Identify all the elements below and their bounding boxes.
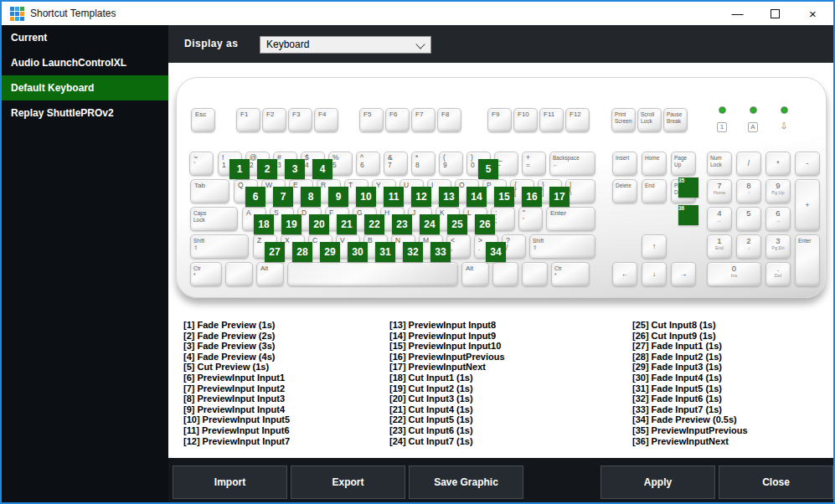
keyboard-key: / xyxy=(736,152,761,176)
keyboard-key: 2↓ xyxy=(736,234,761,259)
keyboard-key: Alt xyxy=(461,262,489,286)
shortcut-entry: [31] Fade Input5 (1s) xyxy=(632,383,829,394)
export-button[interactable]: Export xyxy=(291,465,405,499)
keyboard-key: Ctr* xyxy=(551,262,590,286)
shortcut-entry: [3] Fade Preview (3s) xyxy=(183,341,380,352)
shortcut-entry: [32] Fade Input6 (1s) xyxy=(632,393,829,404)
keyboard-key: 7Home xyxy=(707,179,732,203)
keyboard-key: F10 xyxy=(513,108,538,132)
keyboard-key: Backspace← xyxy=(549,152,595,176)
key-badge: 17 xyxy=(549,187,570,207)
key-badge: 15 xyxy=(494,187,514,207)
keyboard-graphic: EscF1F2F3F4F5F6F7F8F9F10F11F12PrintScree… xyxy=(176,77,827,298)
apply-button[interactable]: Apply xyxy=(600,465,715,499)
keyboard-key: 0Ins xyxy=(707,262,761,286)
scroll-lock-led: ⇩ xyxy=(773,106,795,132)
close-button[interactable]: Close xyxy=(719,465,833,499)
keyboard-key: F3 xyxy=(288,108,312,132)
shortcut-entry: [1] Fade Preview (1s) xyxy=(183,320,380,331)
shortcut-entry: [12] PreviewInput Input7 xyxy=(183,436,380,447)
sidebar-item-replay-shuttleprov2[interactable]: Replay ShuttlePROv2 xyxy=(2,100,168,126)
shortcut-entry: [19] Cut Input2 (1s) xyxy=(389,383,586,394)
key-badge: 31 xyxy=(375,242,395,262)
shortcut-entry: [36] PreviewInputNext xyxy=(632,436,829,447)
keyboard-key xyxy=(522,262,548,286)
key-badge: 25 xyxy=(447,214,467,234)
sidebar-item-current[interactable]: Current xyxy=(2,25,168,50)
keyboard-key: F2 xyxy=(262,108,286,132)
keyboard-key: ~` xyxy=(189,152,214,176)
shortcut-entry: [11] PreviewInput Input6 xyxy=(183,425,380,436)
keyboard-key: - xyxy=(795,152,820,176)
key-badge: 20 xyxy=(309,214,329,234)
maximize-button[interactable] xyxy=(756,2,794,25)
key-badge: 11 xyxy=(384,187,404,207)
key-badge: 9 xyxy=(328,187,348,207)
keyboard-key: ^6 xyxy=(356,152,380,176)
keyboard-key: ↑ xyxy=(642,234,667,259)
shortcut-entry: [21] Cut Input4 (1s) xyxy=(389,404,586,415)
shortcut-entry: [28] Fade Input2 (1s) xyxy=(632,352,829,363)
key-badge: 4 xyxy=(312,159,332,179)
keyboard-key xyxy=(225,262,253,286)
keyboard-key: Home xyxy=(642,152,667,176)
key-badge: 12 xyxy=(411,187,431,207)
shortcut-entry: [5] Cut Preview (1s) xyxy=(183,362,380,373)
window-title: Shortcut Templates xyxy=(30,8,116,19)
shortcut-entry: [35] PreviewInputPrevious xyxy=(632,425,829,436)
sidebar: CurrentAudio LaunchControlXLDefault Keyb… xyxy=(2,25,168,502)
keyboard-key: End xyxy=(642,179,667,203)
key-badge: 6 xyxy=(245,187,265,207)
key-badge: 32 xyxy=(403,242,423,262)
keyboard-key: (9 xyxy=(439,152,463,176)
shortcut-list-column-2: [13] PreviewInput Input8[14] PreviewInpu… xyxy=(389,320,586,446)
keyboard-key: PageUp35 xyxy=(671,152,696,176)
shortcut-entry: [9] PreviewInput Input4 xyxy=(183,404,380,415)
keyboard-key: Esc xyxy=(191,108,215,132)
keyboard-key: CapsLock xyxy=(190,207,238,231)
minimize-button[interactable]: — xyxy=(719,2,756,25)
shortcut-templates-window: Shortcut Templates — × CurrentAudio Laun… xyxy=(0,0,835,504)
key-badge: 27 xyxy=(265,242,285,262)
key-badge: 10 xyxy=(356,187,376,207)
sidebar-item-default-keyboard[interactable]: Default Keyboard xyxy=(2,75,168,100)
keyboard-key: Alt xyxy=(256,262,284,286)
keyboard-key: F9 xyxy=(487,108,512,132)
caps-lock-led: A xyxy=(742,106,764,132)
shortcut-entry: [8] PreviewInput Input3 xyxy=(183,393,380,404)
keyboard-key: )05 xyxy=(466,152,491,176)
keyboard-key: Ctr* xyxy=(190,262,222,286)
close-window-button[interactable]: × xyxy=(794,2,832,25)
toolbar: Display as Keyboard xyxy=(168,25,833,63)
key-badge: 8 xyxy=(301,187,321,207)
shortcut-entry: [26] Cut Input9 (1s) xyxy=(632,331,829,342)
import-button[interactable]: Import xyxy=(173,465,287,499)
key-badge: 2 xyxy=(257,159,277,179)
keyboard-key: A18 xyxy=(242,207,266,231)
led-dot xyxy=(750,106,757,114)
key-badge: 3 xyxy=(285,159,305,179)
keyboard-key: NumLock xyxy=(707,152,732,176)
keyboard-key: 8↑ xyxy=(736,179,761,203)
keyboard-key: F1 xyxy=(236,108,260,132)
keyboard-key: >.34 xyxy=(474,234,498,259)
key-badge: 29 xyxy=(320,242,340,262)
shortcut-entry: [10] PreviewInput Input5 xyxy=(183,414,380,425)
keyboard-key: + xyxy=(795,179,820,231)
keyboard-key: ← xyxy=(612,262,637,286)
key-badge: 7 xyxy=(273,187,293,207)
key-badge: 18 xyxy=(254,214,274,234)
keyboard-key xyxy=(492,262,518,286)
shortcut-entry: [29] Fade Input3 (1s) xyxy=(632,362,829,373)
sidebar-item-audio-launchcontrolxl[interactable]: Audio LaunchControlXL xyxy=(2,50,168,75)
shortcut-entry: [2] Fade Preview (2s) xyxy=(183,331,380,342)
keyboard-key: Z27 xyxy=(253,234,277,259)
display-as-select[interactable]: Keyboard xyxy=(260,36,431,54)
save-graphic-button[interactable]: Save Graphic xyxy=(409,465,523,499)
key-badge: 16 xyxy=(522,187,542,207)
keyboard-key: Enter xyxy=(546,207,595,231)
shortcut-entry: [30] Fade Input4 (1s) xyxy=(632,373,829,383)
shortcut-entry: [16] PreviewInputPrevious xyxy=(389,352,586,363)
keyboard-key: 9Pg Up xyxy=(765,179,791,203)
key-badge: 33 xyxy=(430,242,451,262)
